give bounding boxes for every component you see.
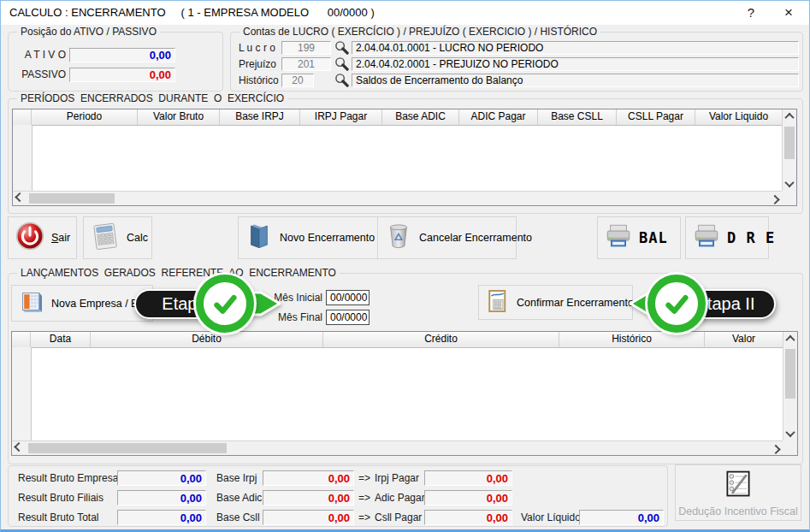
periods-header-gutter [13, 109, 32, 125]
cancelar-encerramento-button[interactable]: Cancelar Encerramento [377, 216, 517, 259]
entries-header-historico: Histórico [559, 332, 705, 347]
etapa1-check-circle-icon [196, 275, 254, 333]
base-csll-field: 0,00 [263, 510, 354, 525]
clipboard-calculator-icon [485, 288, 511, 317]
base-irpj-label: Base Irpj [216, 470, 257, 486]
sair-button[interactable]: Sair [8, 216, 77, 259]
mes-final-field[interactable]: 00/0000 [326, 310, 370, 325]
entries-header-data: Data [31, 332, 91, 347]
lucro-search-icon[interactable] [334, 40, 349, 55]
mes-inicial-field[interactable]: 00/0000 [326, 290, 370, 305]
bal-printer-icon [604, 222, 633, 254]
adic-pagar-field: 0,00 [424, 490, 512, 505]
cancelar-encerramento-label: Cancelar Encerramento [419, 232, 532, 244]
ativo-value-field: 0,00 [69, 48, 175, 62]
close-button[interactable]: × [771, 1, 807, 25]
periods-header-base-csll: Base CSLL [538, 109, 617, 125]
periods-vscroll-thumb[interactable] [784, 127, 795, 159]
etapa2-check-circle-icon [647, 275, 706, 333]
novo-encerramento-label: Novo Encerramento [280, 232, 375, 244]
entries-vscrollbar[interactable] [783, 332, 797, 440]
dre-printer-icon [692, 222, 721, 254]
base-irpj-field: 0,00 [263, 470, 354, 486]
entries-hscrollbar[interactable] [12, 440, 783, 455]
lucro-code-field[interactable]: 199 [281, 41, 331, 55]
periods-row-gutter [13, 125, 33, 191]
entries-header-gutter [12, 332, 31, 347]
power-icon [15, 221, 45, 255]
confirmar-encerramento-label: Confirmar Encerramento [517, 297, 634, 309]
result-bruto-total-label: Result Bruto Total [18, 510, 99, 525]
prejuizo-account-field: 2.04.04.02.0001 - PREJUIZO NO PERIODO [352, 57, 799, 71]
base-adic-label: Base Adic [216, 490, 262, 505]
periods-scroll-down-arrow[interactable] [783, 177, 796, 191]
periods-scroll-right-arrow[interactable] [768, 192, 782, 205]
deducao-incentivo-button[interactable]: Dedução Incentivo Fiscal [675, 464, 801, 521]
periods-scroll-up-arrow[interactable] [783, 109, 796, 123]
dre-button[interactable]: D R E [685, 216, 769, 259]
result-bruto-filiais-field: 0,00 [117, 490, 206, 505]
historico-label: Histórico [239, 74, 279, 87]
irpj-pagar-field: 0,00 [424, 470, 512, 486]
historico-search-icon[interactable] [334, 73, 349, 87]
calc-button[interactable]: Calc [83, 216, 152, 259]
folder-icon [245, 222, 274, 254]
periods-hscroll-thumb[interactable] [29, 193, 115, 204]
dre-button-label: D R E [727, 229, 775, 246]
periods-vscrollbar[interactable] [782, 109, 796, 191]
prejuizo-code-field[interactable]: 201 [281, 57, 331, 71]
accounts-group-title: Contas de LUCRO ( EXERCÍCIO ) / PREJUÍZO… [239, 26, 600, 38]
valor-liquido-label: Valor Líquido [521, 510, 581, 525]
result-bruto-empresa-label: Result Bruto Empresa [18, 470, 118, 486]
entries-header-debito: Débito [91, 332, 323, 347]
lucro-label: L u c r o [239, 41, 275, 55]
entries-table: Data Débito Crédito Histórico Valor [11, 331, 798, 456]
entries-scroll-down-arrow[interactable] [783, 427, 797, 440]
sair-button-label: Sair [51, 232, 70, 244]
periods-header-valor-bruto: Valor Bruto [138, 109, 220, 125]
deducao-incentivo-label: Dedução Incentivo Fiscal [678, 505, 798, 517]
title-bar: CALCULO : ENCERRAMENTO ( 1 - EMPRESA MOD… [1, 1, 809, 25]
confirmar-encerramento-button[interactable]: Confirmar Encerramento [478, 285, 633, 320]
novo-encerramento-button[interactable]: Novo Encerramento [238, 216, 380, 259]
result-bruto-total-field: 0,00 [117, 510, 206, 525]
ativo-label: A T I V O [16, 48, 66, 62]
calendar-icon [18, 288, 45, 319]
irpj-pagar-label: Irpj Pagar [375, 470, 419, 486]
calc-button-label: Calc [127, 232, 148, 244]
periods-table: Periodo Valor Bruto Base IRPJ IRPJ Pagar… [12, 109, 797, 206]
periods-scroll-corner [782, 191, 796, 205]
periods-header-base-irpj: Base IRPJ [220, 109, 300, 125]
arrow-adic: => [358, 490, 370, 505]
periods-header-irpj-pagar: IRPJ Pagar [300, 109, 382, 125]
entries-vscroll-thumb[interactable] [785, 349, 795, 399]
periods-scroll-left-arrow[interactable] [13, 192, 27, 205]
nova-empresa-button[interactable]: Nova Empresa / Base [11, 285, 153, 322]
entries-header-credito: Crédito [323, 332, 559, 347]
passivo-label: PASSIVO [16, 68, 66, 82]
historico-code-field[interactable]: 20 [281, 74, 314, 87]
periods-group-title: PERÍODOS ENCERRADOS DURANTE O EXERCÍCIO [17, 92, 287, 104]
periods-header-base-adic: Base ADIC [382, 109, 459, 125]
base-csll-label: Base Csll [216, 510, 260, 525]
passivo-value-field: 0,00 [69, 68, 175, 82]
bal-button-label: BAL [639, 229, 668, 246]
prejuizo-search-icon[interactable] [334, 56, 349, 71]
entries-scroll-corner [783, 440, 797, 455]
calculator-icon [90, 221, 121, 255]
arrow-irpj: => [358, 470, 370, 486]
historico-desc-field: Saldos de Encerramento do Balanço [352, 74, 799, 87]
adic-pagar-label: Adic Pagar [375, 490, 425, 505]
periods-hscrollbar[interactable] [13, 191, 782, 205]
entries-hscroll-thumb[interactable] [28, 443, 227, 453]
entries-scroll-up-arrow[interactable] [783, 332, 797, 346]
periods-header-csll-pagar: CSLL Pagar [617, 109, 695, 125]
bal-button[interactable]: BAL [597, 216, 681, 259]
entries-scroll-right-arrow[interactable] [769, 441, 783, 455]
checklist-pencil-icon [723, 469, 754, 503]
entries-scroll-left-arrow[interactable] [12, 441, 26, 455]
result-bruto-empresa-field: 0,00 [117, 470, 206, 486]
trash-icon [384, 222, 413, 254]
help-button[interactable]: ? [733, 1, 769, 25]
periods-header-periodo: Periodo [32, 109, 138, 125]
